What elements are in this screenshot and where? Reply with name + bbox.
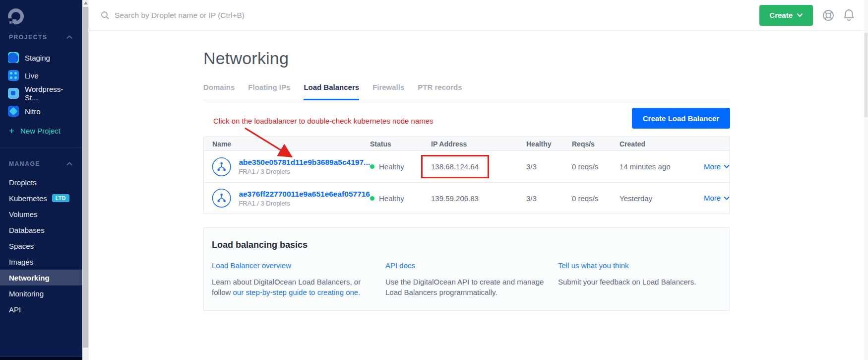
basics-text: Use the DigitalOcean API to create and m…: [385, 277, 549, 297]
load-balancer-name-link[interactable]: ae376ff22770011e9a651e6eaf057716: [239, 190, 370, 198]
project-wordpress-icon: [8, 88, 19, 99]
sidebar-item-label: Images: [9, 258, 33, 266]
more-label: More: [704, 162, 721, 171]
ip-address: 139.59.206.83: [431, 194, 526, 203]
ltd-badge: LTD: [52, 194, 69, 202]
chevron-down-icon: [724, 164, 730, 168]
sidebar-item-label: Monitoring: [9, 289, 44, 298]
new-project-button[interactable]: + New Project: [0, 120, 82, 138]
basics-column-overview: Load Balancer overview Learn about Digit…: [212, 261, 385, 297]
more-label: More: [704, 194, 721, 202]
sidebar-item-monitoring[interactable]: Monitoring: [0, 286, 82, 301]
project-label: Live: [25, 72, 39, 80]
step-by-step-guide-link[interactable]: our step-by-step guide to creating one.: [233, 288, 361, 296]
sidebar-project-nitro[interactable]: Nitro: [0, 102, 82, 120]
api-docs-link[interactable]: API docs: [385, 261, 415, 270]
search-input[interactable]: [115, 11, 392, 20]
sidebar-item-label: Volumes: [9, 210, 38, 218]
sidebar: PROJECTS Staging Live Wordpress-St... Ni…: [0, 0, 82, 360]
healthy-status-dot: [370, 196, 374, 201]
tab-firewalls[interactable]: Firewalls: [372, 83, 404, 100]
sidebar-item-volumes[interactable]: Volumes: [0, 206, 82, 222]
project-label: Nitro: [25, 107, 41, 116]
project-live-icon: [8, 70, 19, 81]
sidebar-project-live[interactable]: Live: [0, 67, 82, 84]
load-balancing-basics-panel: Load balancing basics Load Balancer over…: [203, 227, 730, 311]
more-menu-button[interactable]: More: [704, 162, 730, 171]
projects-section-header[interactable]: PROJECTS: [0, 34, 82, 41]
load-balancers-table: Name Status IP Address Healthy Reqs/s Cr…: [203, 137, 730, 214]
tab-load-balancers[interactable]: Load Balancers: [304, 83, 359, 100]
basics-text: Submit your feedback on Load Balancers.: [558, 277, 722, 287]
column-header-reqs: Reqs/s: [572, 140, 620, 148]
load-balancer-icon: [212, 157, 231, 177]
chevron-up-icon: [66, 162, 72, 166]
create-load-balancer-button[interactable]: Create Load Balancer: [632, 108, 730, 129]
sidebar-project-wordpress[interactable]: Wordpress-St...: [0, 84, 82, 102]
table-header-row: Name Status IP Address Healthy Reqs/s Cr…: [204, 137, 730, 151]
table-row: abe350e05781d11e9b3689a5c4197... FRA1 / …: [204, 151, 730, 182]
sidebar-item-label: Droplets: [9, 178, 37, 187]
load-balancer-name-link[interactable]: abe350e05781d11e9b3689a5c4197...: [239, 158, 370, 166]
sidebar-item-spaces[interactable]: Spaces: [0, 238, 82, 254]
sidebar-item-droplets[interactable]: Droplets: [0, 174, 82, 190]
column-header-status: Status: [370, 140, 431, 148]
tab-domains[interactable]: Domains: [203, 83, 235, 100]
healthy-count: 3/3: [526, 162, 572, 171]
search-bar[interactable]: [101, 11, 759, 20]
project-staging-icon: [8, 52, 19, 63]
created-time: 14 minutes ago: [620, 162, 704, 171]
tab-ptr-records[interactable]: PTR records: [418, 83, 462, 100]
sidebar-item-label: Databases: [9, 226, 45, 234]
column-header-created: Created: [620, 140, 704, 148]
tab-bar: Domains Floating IPs Load Balancers Fire…: [203, 83, 730, 100]
status-label: Healthy: [379, 194, 404, 203]
new-project-label: New Project: [20, 127, 61, 135]
annotation-text: Click on the loadbalancer to double-chec…: [213, 117, 434, 125]
topbar-icons: [822, 8, 855, 22]
feedback-link[interactable]: Tell us what you think: [558, 261, 629, 270]
sidebar-item-databases[interactable]: Databases: [0, 222, 82, 238]
sidebar-item-kubernetes[interactable]: Kubernetes LTD: [0, 190, 82, 206]
status-label: Healthy: [379, 162, 404, 171]
projects-list: Staging Live Wordpress-St... Nitro: [0, 49, 82, 120]
load-balancer-overview-link[interactable]: Load Balancer overview: [212, 261, 291, 270]
manage-list: Droplets Kubernetes LTD Volumes Database…: [0, 174, 82, 317]
sidebar-divider: [0, 147, 82, 147]
sidebar-scrollbar-thumb[interactable]: [83, 7, 88, 348]
load-balancer-icon: [212, 188, 231, 208]
basics-column-api: API docs Use the DigitalOcean API to cre…: [385, 261, 558, 297]
manage-section-header[interactable]: MANAGE: [0, 160, 82, 167]
digitalocean-logo-icon[interactable]: [7, 8, 24, 25]
requests-per-second: 0 reqs/s: [572, 194, 620, 203]
sidebar-item-api[interactable]: API: [0, 301, 82, 317]
requests-per-second: 0 reqs/s: [572, 162, 620, 171]
toolbar: Click on the loadbalancer to double-chec…: [203, 100, 730, 137]
sidebar-scrollbar[interactable]: [82, 0, 89, 360]
sidebar-item-images[interactable]: Images: [0, 254, 82, 270]
sidebar-item-label: Kubernetes: [9, 194, 47, 203]
sidebar-item-label: API: [9, 305, 21, 314]
notifications-bell-icon[interactable]: [843, 8, 855, 22]
create-button[interactable]: Create: [759, 5, 813, 26]
support-lifebuoy-icon[interactable]: [822, 9, 835, 22]
page-title: Networking: [203, 49, 730, 68]
basics-column-feedback: Tell us what you think Submit your feedb…: [558, 261, 722, 297]
healthy-status-dot: [370, 164, 374, 169]
tab-floating-ips[interactable]: Floating IPs: [248, 83, 290, 100]
sidebar-item-label: Spaces: [9, 242, 34, 250]
scroll-up-arrow-icon[interactable]: [84, 1, 88, 4]
sidebar-item-networking[interactable]: Networking: [0, 270, 82, 286]
page-scrollbar-thumb[interactable]: [865, 33, 868, 117]
basics-title: Load balancing basics: [212, 240, 722, 250]
project-nitro-icon: [8, 106, 19, 117]
more-menu-button[interactable]: More: [704, 194, 730, 202]
column-header-healthy: Healthy: [526, 140, 572, 148]
page-scrollbar[interactable]: [864, 0, 868, 360]
chevron-down-icon: [797, 13, 803, 17]
sidebar-bottom-strip: [0, 357, 82, 360]
sidebar-project-staging[interactable]: Staging: [0, 49, 82, 67]
search-icon: [101, 11, 110, 20]
column-header-name: Name: [204, 140, 370, 148]
created-time: Yesterday: [620, 194, 704, 203]
